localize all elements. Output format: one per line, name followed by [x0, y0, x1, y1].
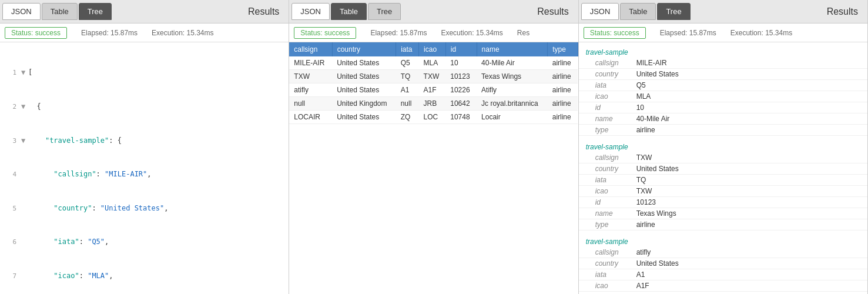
table-cell: JRB	[419, 97, 446, 111]
table-cell: Locair	[477, 111, 548, 124]
tree-row: callsignMILE-AIR	[579, 58, 867, 69]
tab-json-2[interactable]: JSON	[291, 3, 330, 20]
tree-row: icaoMLA	[579, 91, 867, 102]
tab-json-3[interactable]: JSON	[581, 3, 619, 20]
results-table: callsign country iata icao id name type …	[289, 42, 578, 124]
status-badge-2: Status: success	[294, 27, 356, 39]
json-tab-group: JSON Table Tree	[2, 3, 113, 20]
table-row[interactable]: nullUnited KingdomnullJRB10642Jc royal.b…	[289, 97, 578, 111]
tree-row: typeairline	[579, 219, 867, 230]
tab-tree-2[interactable]: Tree	[368, 3, 401, 20]
tree-val: MILE-AIR	[636, 59, 667, 67]
table-cell: Atifly	[477, 83, 548, 97]
table-cell: airline	[548, 70, 578, 83]
json-content-area[interactable]: 1▼[ 2▼ { 3▼ "travel-sample": { 4 "callsi…	[0, 42, 289, 294]
col-callsign[interactable]: callsign	[289, 42, 332, 56]
table-cell: United States	[332, 70, 396, 83]
tree-val: airline	[636, 220, 655, 229]
col-id[interactable]: id	[445, 42, 477, 56]
tab-table-3[interactable]: Table	[620, 3, 656, 20]
table-row[interactable]: atiflyUnited StatesA1A1F10226Atiflyairli…	[289, 83, 578, 97]
tree-val: airline	[636, 126, 655, 134]
table-cell: United Kingdom	[332, 97, 396, 111]
table-cell: TXW	[419, 70, 446, 83]
tree-val: Texas Wings	[636, 209, 676, 218]
tab-table-1[interactable]: Table	[42, 3, 78, 20]
tree-group-label: travel-sample	[579, 234, 867, 247]
tree-val: atifly	[636, 248, 651, 256]
extra-status-2: Res	[517, 29, 529, 37]
tree-val: 40-Mile Air	[636, 115, 670, 123]
tree-key: country	[595, 70, 636, 78]
table-cell: MILE-AIR	[289, 56, 332, 70]
tree-key: iata	[595, 81, 636, 89]
tree-group-label: travel-sample	[579, 45, 867, 58]
status-badge-3: Status: success	[584, 27, 646, 39]
table-cell: A1F	[419, 83, 446, 97]
tab-table-2[interactable]: Table	[331, 3, 367, 20]
tree-group-label: travel-sample	[579, 139, 867, 152]
col-iata[interactable]: iata	[396, 42, 419, 56]
results-label-3: Results	[827, 6, 867, 17]
tree-row: iataA1	[579, 269, 867, 280]
tree-tab-group: JSON Table Tree	[581, 3, 692, 20]
table-cell: TXW	[289, 70, 332, 83]
tree-row: typeairline	[579, 125, 867, 136]
table-cell: atifly	[289, 83, 332, 97]
table-content-area[interactable]: callsign country iata icao id name type …	[289, 42, 578, 294]
tree-panel-header: JSON Table Tree Results	[579, 0, 867, 24]
col-type[interactable]: type	[548, 42, 578, 56]
status-bar-1: Status: success Elapsed: 15.87ms Executi…	[0, 24, 289, 42]
tree-row: id10123	[579, 197, 867, 208]
tree-row: icaoA1F	[579, 280, 867, 292]
tree-val: 10	[636, 103, 644, 112]
table-cell: United States	[332, 83, 396, 97]
tree-key: name	[595, 115, 636, 123]
tab-json-1[interactable]: JSON	[2, 3, 41, 20]
table-cell: airline	[548, 111, 578, 124]
tree-key: callsign	[595, 59, 636, 67]
table-cell: airline	[548, 97, 578, 111]
tree-row: iataQ5	[579, 80, 867, 91]
table-row[interactable]: TXWUnited StatesTQTXW10123Texas Wingsair…	[289, 70, 578, 83]
elapsed-2: Elapsed: 15.87ms	[370, 29, 427, 37]
tab-tree-1[interactable]: Tree	[79, 3, 112, 20]
table-cell: 10123	[445, 70, 477, 83]
tree-val: United States	[636, 70, 679, 78]
tree-key: icao	[595, 92, 636, 101]
table-cell: United States	[332, 111, 396, 124]
table-cell: airline	[548, 56, 578, 70]
table-cell: null	[289, 97, 332, 111]
tree-val: TXW	[636, 153, 652, 162]
tree-row: id10	[579, 102, 867, 113]
tree-row: countryUnited States	[579, 163, 867, 175]
table-row[interactable]: LOCAIRUnited StatesZQLOC10748Locairairli…	[289, 111, 578, 124]
table-panel-header: JSON Table Tree Results	[289, 0, 578, 24]
json-lines: 1▼[ 2▼ { 3▼ "travel-sample": { 4 "callsi…	[0, 42, 289, 294]
tree-val: Q5	[636, 81, 646, 89]
tree-val: MLA	[636, 92, 651, 101]
table-cell: A1	[396, 83, 419, 97]
tree-row: callsignatifly	[579, 247, 867, 258]
elapsed-3: Elapsed: 15.87ms	[660, 29, 716, 37]
col-icao[interactable]: icao	[419, 42, 446, 56]
tree-key: iata	[595, 270, 636, 279]
table-cell: Texas Wings	[477, 70, 548, 83]
tab-tree-3[interactable]: Tree	[657, 3, 690, 20]
tree-content-area[interactable]: travel-samplecallsignMILE-AIRcountryUnit…	[579, 42, 867, 294]
table-cell: ZQ	[396, 111, 419, 124]
tree-key: id	[595, 198, 636, 206]
tree-row: countryUnited States	[579, 258, 867, 269]
col-country[interactable]: country	[332, 42, 396, 56]
tree-val: United States	[636, 165, 679, 173]
tree-val: TQ	[636, 176, 646, 184]
status-badge-1: Status: success	[5, 27, 67, 39]
col-name[interactable]: name	[477, 42, 548, 56]
tree-val: A1F	[636, 282, 649, 290]
tree-key: callsign	[595, 153, 636, 162]
json-panel: JSON Table Tree Results Status: success …	[0, 0, 289, 294]
table-cell: Q5	[396, 56, 419, 70]
elapsed-1: Elapsed: 15.87ms	[81, 29, 138, 37]
table-cell: 10226	[445, 83, 477, 97]
table-row[interactable]: MILE-AIRUnited StatesQ5MLA1040-Mile Aira…	[289, 56, 578, 70]
